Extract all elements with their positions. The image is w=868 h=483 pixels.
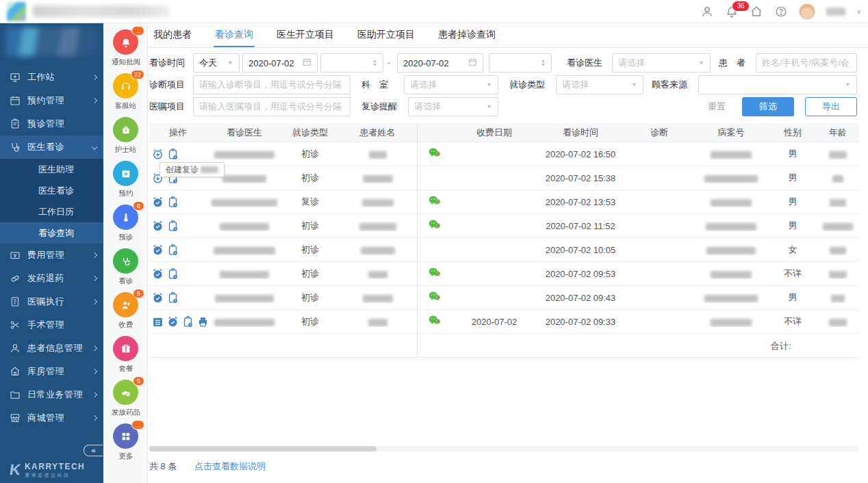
username-redacted xyxy=(826,8,845,16)
table-row[interactable]: 初诊2020-07-02 11:52男 xyxy=(149,214,859,238)
bag-icon[interactable] xyxy=(113,117,138,142)
table-row[interactable]: 初诊2020-07-02 15:38男 xyxy=(149,166,859,190)
notifications-button[interactable]: 36 xyxy=(725,5,739,18)
printer-icon[interactable] xyxy=(197,316,207,328)
wechat-heart-icon[interactable] xyxy=(428,151,442,161)
sidebar-item-日常业务管理[interactable]: 日常业务管理 xyxy=(0,383,103,406)
thermometer-icon[interactable]: 6 xyxy=(113,205,138,230)
sidebar-item-工作站[interactable]: 工作站 xyxy=(0,66,103,89)
wechat-heart-icon[interactable] xyxy=(428,223,442,233)
tab-医生开立项目[interactable]: 医生开立项目 xyxy=(275,23,335,47)
quick-item-通知批阅[interactable]: …通知批阅 xyxy=(103,29,148,67)
quick-item-客服站[interactable]: 22客服站 xyxy=(103,73,148,111)
sidebar-subitem-工作日历[interactable]: 工作日历 xyxy=(0,201,103,222)
quick-item-预诊[interactable]: 6预诊 xyxy=(103,205,148,242)
quick-item-更多[interactable]: …更多 xyxy=(103,423,148,461)
tab-医助开立项目[interactable]: 医助开立项目 xyxy=(356,23,416,47)
calendar-plus-icon[interactable] xyxy=(113,161,138,186)
stepper-arrows-icon[interactable]: ▲▼ xyxy=(372,59,377,67)
sidebar-subitem-医生看诊[interactable]: 医生看诊 xyxy=(0,180,103,201)
tab-患者掉诊查询[interactable]: 患者掉诊查询 xyxy=(437,23,497,47)
alarm-check-icon[interactable] xyxy=(167,316,179,328)
department-select[interactable]: 请选择▼ xyxy=(404,75,498,94)
time-from-stepper[interactable]: ▲▼ xyxy=(320,53,383,73)
visit-type-select[interactable]: 请选择▼ xyxy=(556,75,643,94)
stepper-arrows-icon[interactable]: ▲▼ xyxy=(541,59,546,67)
chevron-down-icon[interactable]: ∨ xyxy=(856,8,861,15)
table-row[interactable]: 初诊2020-07-02 09:43男 xyxy=(149,286,859,310)
order-input[interactable]: 请输入医嘱项目，用逗号或分号分隔 xyxy=(193,97,350,116)
time-to-stepper[interactable]: ▲▼ xyxy=(489,53,552,73)
clipboard-reminder-icon[interactable] xyxy=(167,292,179,304)
data-explanation-link[interactable]: 点击查看数据说明 xyxy=(194,460,266,473)
sidebar-item-患者信息管理[interactable]: 患者信息管理 xyxy=(0,337,103,360)
quick-item-套餐[interactable]: 套餐 xyxy=(103,336,148,374)
sidebar-item-库房管理[interactable]: 库房管理 xyxy=(0,360,103,383)
grid-icon[interactable]: … xyxy=(113,423,138,449)
sidebar-item-手术管理[interactable]: 手术管理 xyxy=(0,313,103,337)
sidebar-subitem-看诊查询[interactable]: 看诊查询 xyxy=(0,222,103,244)
customer-source-select[interactable]: ▼ xyxy=(698,75,857,94)
avatar[interactable] xyxy=(799,3,815,20)
wechat-heart-icon[interactable] xyxy=(428,271,442,281)
clipboard-reminder-icon[interactable] xyxy=(167,244,179,256)
tab-我的患者[interactable]: 我的患者 xyxy=(152,23,193,47)
filter-button[interactable]: 筛选 xyxy=(742,97,794,116)
tab-看诊查询[interactable]: 看诊查询 xyxy=(214,23,255,47)
bell-icon[interactable]: … xyxy=(113,29,138,55)
sidebar-item-医生看诊[interactable]: 医生看诊 xyxy=(0,135,103,159)
patient-search-input[interactable]: 姓名/手机号/病案号/会员卡号 xyxy=(756,53,857,73)
user-icon[interactable] xyxy=(700,5,714,18)
list-icon[interactable] xyxy=(152,316,164,328)
clipboard-reminder-icon[interactable] xyxy=(167,196,179,208)
home-icon[interactable] xyxy=(750,5,763,18)
stethoscope2-icon[interactable] xyxy=(113,248,138,274)
sidebar-item-医嘱执行[interactable]: 医嘱执行 xyxy=(0,290,103,313)
cashier-icon[interactable]: ¥5 xyxy=(113,292,138,317)
table-row[interactable]: 初诊2020-07-022020-07-02 09:33不详 xyxy=(149,310,859,334)
sidebar-subitem-医生助理[interactable]: 医生助理 xyxy=(0,159,103,180)
alarm-plus-icon[interactable] xyxy=(152,148,164,160)
help-icon[interactable] xyxy=(774,5,788,18)
clipboard-reminder-icon[interactable] xyxy=(167,220,179,232)
wechat-heart-icon[interactable] xyxy=(428,199,442,209)
sidebar-item-预约管理[interactable]: 预约管理 xyxy=(0,89,103,112)
alarm-check-icon[interactable] xyxy=(152,292,164,304)
sidebar-item-费用管理[interactable]: 费用管理 xyxy=(0,244,103,267)
alarm-check-icon[interactable] xyxy=(152,220,164,232)
headset-icon[interactable]: 22 xyxy=(113,73,138,99)
table-row[interactable]: 初诊2020-07-02 16:50男 xyxy=(149,142,859,166)
wechat-heart-icon[interactable] xyxy=(428,295,442,305)
date-to-input[interactable]: 2020-07-02 xyxy=(397,53,483,73)
sidebar-item-商城管理[interactable]: 商城管理 xyxy=(0,406,103,430)
alarm-check-icon[interactable] xyxy=(152,244,164,256)
table-row[interactable]: 初诊2020-07-02 10:05女 xyxy=(149,238,859,262)
quick-item-收费[interactable]: ¥5收费 xyxy=(103,292,148,330)
horizontal-scrollbar-thumb[interactable] xyxy=(149,446,376,452)
visit-time-preset-select[interactable]: 今天▼ xyxy=(193,53,240,73)
export-button[interactable]: 导出 xyxy=(805,97,857,116)
doctor-select[interactable]: 请选择▼ xyxy=(612,53,711,73)
horizontal-scrollbar-track[interactable] xyxy=(149,446,859,452)
sidebar-item-发药退药[interactable]: 发药退药 xyxy=(0,267,103,290)
date-from-input[interactable]: 2020-07-02 xyxy=(242,53,318,73)
clipboard-reminder-icon[interactable] xyxy=(167,268,179,280)
sidebar-item-预诊管理[interactable]: 预诊管理 xyxy=(0,112,103,135)
diagnosis-input[interactable]: 请输入诊断项目，用逗号或分号分隔 xyxy=(193,75,350,94)
wechat-heart-icon[interactable] xyxy=(428,319,442,329)
table-row[interactable]: 复诊2020-07-02 13:53男 xyxy=(149,190,859,214)
clipboard-reminder-icon[interactable] xyxy=(167,148,179,160)
table-row[interactable]: 初诊2020-07-02 09:53不详 xyxy=(149,262,859,286)
quick-item-护士站[interactable]: 护士站 xyxy=(103,117,148,155)
pills-icon[interactable]: 5 xyxy=(113,380,138,405)
alarm-check-icon[interactable] xyxy=(152,196,164,208)
quick-item-看诊[interactable]: 看诊 xyxy=(103,248,148,286)
quick-item-预约[interactable]: 预约 xyxy=(103,161,148,198)
reset-button[interactable]: 重置 xyxy=(708,97,726,116)
sidebar-collapse-button[interactable]: « xyxy=(84,445,103,456)
alarm-check-icon[interactable] xyxy=(152,268,164,280)
clipboard-reminder-icon[interactable] xyxy=(182,316,194,328)
gift-icon[interactable] xyxy=(113,336,138,361)
reminder-select[interactable]: 请选择▼ xyxy=(408,97,498,116)
quick-item-发放药品[interactable]: 5发放药品 xyxy=(103,380,148,417)
